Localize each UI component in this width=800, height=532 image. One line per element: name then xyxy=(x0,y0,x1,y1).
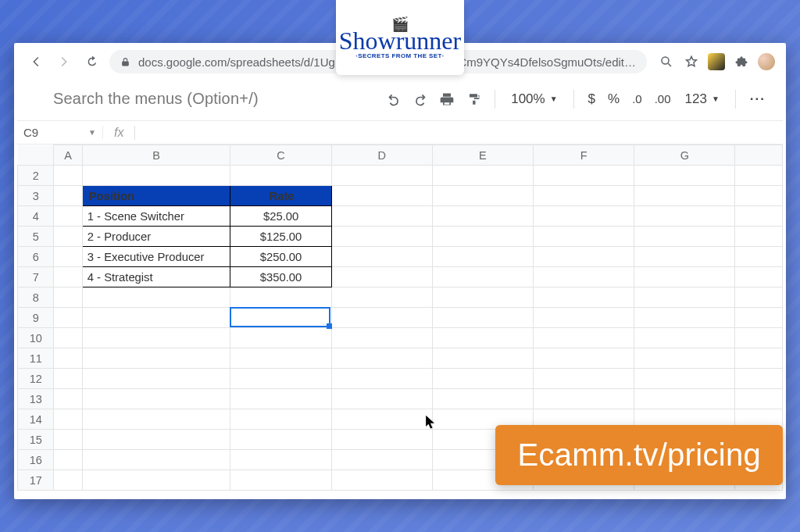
cell[interactable] xyxy=(534,267,634,287)
cell[interactable] xyxy=(331,166,432,186)
increase-decimal-button[interactable]: .00 xyxy=(650,92,676,105)
table-cell-rate[interactable]: $250.00 xyxy=(230,247,331,267)
cell[interactable] xyxy=(432,308,533,328)
cell[interactable] xyxy=(54,348,82,369)
cell[interactable] xyxy=(331,247,432,267)
cell[interactable] xyxy=(534,328,634,348)
row-header[interactable]: 16 xyxy=(18,450,54,470)
row-header[interactable]: 2 xyxy=(18,166,54,186)
cell[interactable] xyxy=(735,389,783,409)
table-cell-rate[interactable]: $125.00 xyxy=(230,227,331,247)
profile-avatar[interactable] xyxy=(758,53,775,70)
cell[interactable] xyxy=(735,369,783,389)
row-header[interactable]: 12 xyxy=(18,369,54,389)
cell[interactable] xyxy=(230,308,331,328)
cell[interactable] xyxy=(331,186,432,206)
row-header[interactable]: 15 xyxy=(18,430,54,450)
format-currency-button[interactable]: $ xyxy=(584,91,600,107)
cell[interactable] xyxy=(432,227,533,247)
cell[interactable] xyxy=(82,450,230,470)
cell[interactable] xyxy=(634,328,735,348)
cell[interactable] xyxy=(534,206,634,227)
cell[interactable] xyxy=(230,450,331,470)
cell[interactable] xyxy=(230,409,331,430)
cell[interactable] xyxy=(534,389,634,409)
row-header[interactable]: 17 xyxy=(18,470,54,491)
cell[interactable] xyxy=(432,328,533,348)
column-header[interactable]: B xyxy=(82,145,230,166)
cell[interactable] xyxy=(230,389,331,409)
bookmark-star-icon[interactable] xyxy=(683,53,700,70)
cell[interactable] xyxy=(331,369,432,389)
row-header[interactable]: 4 xyxy=(18,206,54,227)
column-header[interactable]: D xyxy=(331,145,432,166)
table-cell-rate[interactable]: $350.00 xyxy=(230,267,331,287)
cell[interactable] xyxy=(634,267,735,287)
cell[interactable] xyxy=(230,430,331,450)
cell[interactable] xyxy=(82,308,230,328)
extension-badge-icon[interactable] xyxy=(708,53,725,70)
column-header[interactable]: E xyxy=(432,145,533,166)
cell[interactable] xyxy=(735,348,783,369)
back-button[interactable] xyxy=(25,51,47,73)
table-header-position[interactable]: Position xyxy=(82,186,230,206)
cell[interactable] xyxy=(82,348,230,369)
cell[interactable] xyxy=(634,206,735,227)
cell[interactable] xyxy=(735,166,783,186)
cell[interactable] xyxy=(54,186,82,206)
cell[interactable] xyxy=(230,328,331,348)
cell[interactable] xyxy=(331,409,432,430)
cell[interactable] xyxy=(54,247,82,267)
format-percent-button[interactable]: % xyxy=(603,91,624,107)
cell[interactable] xyxy=(230,470,331,491)
table-cell-position[interactable]: 1 - Scene Switcher xyxy=(82,206,230,227)
cell[interactable] xyxy=(534,247,634,267)
cell[interactable] xyxy=(432,186,533,206)
cell[interactable] xyxy=(82,166,230,186)
cell[interactable] xyxy=(331,470,432,491)
cell[interactable] xyxy=(331,348,432,369)
cell[interactable] xyxy=(432,287,533,308)
extensions-puzzle-icon[interactable] xyxy=(733,53,750,70)
cell[interactable] xyxy=(82,389,230,409)
cell[interactable] xyxy=(54,409,82,430)
cell[interactable] xyxy=(735,328,783,348)
table-cell-rate[interactable]: $25.00 xyxy=(230,206,331,227)
cell[interactable] xyxy=(54,328,82,348)
cell[interactable] xyxy=(82,328,230,348)
row-header[interactable]: 11 xyxy=(18,348,54,369)
cell[interactable] xyxy=(54,227,82,247)
zoom-select[interactable]: 100% ▼ xyxy=(505,91,563,107)
print-button[interactable] xyxy=(435,87,459,111)
more-formats-button[interactable]: 123 ▼ xyxy=(679,91,726,107)
cell[interactable] xyxy=(82,409,230,430)
cell[interactable] xyxy=(432,247,533,267)
cell[interactable] xyxy=(534,186,634,206)
cell[interactable] xyxy=(331,389,432,409)
cell[interactable] xyxy=(54,450,82,470)
cell[interactable] xyxy=(331,287,432,308)
row-header[interactable]: 9 xyxy=(18,308,54,328)
cell[interactable] xyxy=(634,186,735,206)
undo-button[interactable] xyxy=(382,87,405,111)
cell[interactable] xyxy=(82,430,230,450)
row-header[interactable]: 5 xyxy=(18,227,54,247)
cell[interactable] xyxy=(54,389,82,409)
paint-format-button[interactable] xyxy=(462,87,485,111)
cell[interactable] xyxy=(82,369,230,389)
row-header[interactable]: 8 xyxy=(18,287,54,308)
cell[interactable] xyxy=(735,227,783,247)
cell[interactable] xyxy=(230,166,331,186)
table-cell-position[interactable]: 4 - Strategist xyxy=(82,267,230,287)
column-header[interactable]: A xyxy=(54,145,82,166)
cell[interactable] xyxy=(82,287,230,308)
table-cell-position[interactable]: 3 - Executive Producer xyxy=(82,247,230,267)
cell[interactable] xyxy=(54,267,82,287)
cell[interactable] xyxy=(634,287,735,308)
cell[interactable] xyxy=(54,166,82,186)
cell[interactable] xyxy=(432,389,533,409)
cell[interactable] xyxy=(54,287,82,308)
decrease-decimal-button[interactable]: .0 xyxy=(627,92,647,105)
column-header[interactable]: F xyxy=(534,145,634,166)
cell[interactable] xyxy=(54,206,82,227)
